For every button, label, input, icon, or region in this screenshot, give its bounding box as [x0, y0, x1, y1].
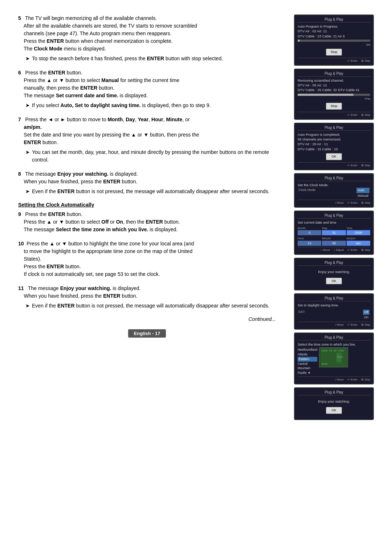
panel-4-auto[interactable]: Auto [356, 188, 369, 193]
panel-5-line1: Set current date and time [298, 220, 370, 225]
panel-5-day-label: Day 31 [322, 226, 346, 236]
panel-3-line1: Auto Program is completed. [298, 132, 370, 137]
panel-8-content: Select the time zone in which you live. … [298, 342, 370, 382]
panel-9: Plug & Play Enjoy your watching. OK [294, 387, 374, 420]
arrow-icon: ➤ [25, 55, 30, 62]
step-10-text: 10 Press the ▲ or ▼ button to highlight … [18, 240, 276, 278]
panel-1-title: Plug & Play [298, 17, 370, 23]
panel-5-adjust-icon: ↕ Adjust [334, 248, 344, 252]
panel-9-title: Plug & Play [298, 390, 370, 395]
panel-4-line1: Set the Clock Mode. [298, 183, 370, 187]
panel-2-btn-row: Stop [298, 102, 370, 111]
step-10-number: 10 [18, 241, 24, 246]
panel-5-month-label: Month 0 [298, 226, 321, 236]
panel-9-content: Enjoy your watching. OK [298, 399, 370, 415]
panel-5-time-grid: Hour 12 Minute 30 am/pm am [298, 236, 370, 246]
panel-2-stop-button[interactable]: Stop [326, 103, 342, 110]
panel-4: Plug & Play Set the Clock Mode. Clock Mo… [294, 173, 374, 208]
panel-1-line1: Auto Program in Progress. [298, 24, 370, 29]
panel-5-skip-icon: ⊞ Skip [361, 248, 370, 252]
step-7-block: 7 Press the ◄ or ► button to move to Mon… [18, 116, 276, 164]
tz-newfoundland[interactable]: Newfoundland [298, 347, 317, 352]
panel-4-options: Auto Manual [356, 188, 369, 198]
section-header: Setting the Clock Automatically [18, 202, 276, 208]
panel-1: Plug & Play Auto Program in Progress. DT… [294, 15, 374, 66]
panel-6-content: Enjoy your watching. OK [298, 269, 370, 285]
step-6-number: 6 [18, 70, 21, 76]
step-11-text: 11 The message Enjoy your watching. is d… [18, 285, 276, 300]
step-9-text: 9 Press the ENTER button. Press the ▲ or… [18, 211, 276, 233]
panel-7-off[interactable]: Off [363, 310, 369, 315]
panel-5-content: Set current date and time Month 0 Day 31… [298, 220, 370, 252]
panel-5-move-icon: ↔ Move [319, 248, 330, 252]
svg-text:Eastern: Eastern [337, 356, 343, 358]
panel-1-btn-row: Stop [298, 48, 370, 57]
step-8-arrow: ➤ Even if the ENTER button is not presse… [25, 188, 276, 195]
panel-4-label: Clock Mode [298, 188, 316, 198]
panel-5-ampm-label: am/pm am [347, 236, 370, 246]
panel-8-title: Plug & Play [298, 335, 370, 341]
step-5-arrow: ➤ To stop the search before it has finis… [25, 55, 276, 62]
panel-2-skip-icon: ⊞ Skip [361, 113, 370, 117]
panel-4-manual[interactable]: Manual [356, 193, 369, 199]
panel-3-footer: ↩ Enter ⊞ Skip [298, 162, 370, 167]
panel-3-line3: DTV Air : 20 Air : 11 [298, 142, 370, 146]
panel-3-line4: DTV Cable : 15 Cable : 10 [298, 147, 370, 151]
panel-1-line2: DTV Air : 02 Air: 11 [298, 29, 370, 33]
panel-9-ok-button[interactable]: OK [326, 407, 342, 414]
step-7-number: 7 [18, 117, 21, 122]
panel-6-ok-button[interactable]: OK [326, 278, 342, 285]
panel-2-fill [298, 94, 354, 96]
panel-8-tz-row: Newfoundland Atlantic Eastern Central Mo… [298, 347, 370, 375]
panel-5-hour-label: Hour 12 [298, 236, 321, 246]
panel-1-content: Auto Program in Progress. DTV Air : 02 A… [298, 24, 370, 63]
panel-4-enter-icon: ↩ Enter [347, 201, 358, 205]
panel-2-content: Removing scrambled channel. DTV Air : 05… [298, 78, 370, 117]
arrow-icon-2: ➤ [25, 102, 30, 109]
panel-5-year-label: Year 2008 [347, 226, 370, 236]
step-5-number: 5 [18, 15, 21, 21]
step-11-arrow-text: Even if the ENTER button is not pressed,… [32, 302, 269, 310]
step-5-text: 5 The TV will begin memorizing all of th… [18, 15, 276, 53]
tz-atlantic[interactable]: Atlantic [298, 352, 317, 357]
panel-5-date-grid: Month 0 Day 31 Year 2008 [298, 226, 370, 236]
panel-8: Plug & Play Select the time zone in whic… [294, 333, 374, 384]
tz-central[interactable]: Central [298, 362, 317, 366]
step-7-text: 7 Press the ◄ or ► button to move to Mon… [18, 116, 276, 146]
panel-3-ok-button[interactable]: OK [326, 153, 342, 160]
step-11-block: 11 The message Enjoy your watching. is d… [18, 285, 276, 310]
step-6-arrow-text: If you select Auto, Set to daylight savi… [32, 102, 211, 109]
panel-5-enter-icon: ↩ Enter [347, 248, 358, 252]
tz-pacific[interactable]: Pacific ▼ [298, 371, 317, 375]
panel-2-progressbar [298, 94, 370, 96]
tz-eastern[interactable]: Eastern [298, 357, 317, 362]
panel-9-line1: Enjoy your watching. [298, 399, 370, 404]
panel-4-row: Clock Mode Auto Manual [298, 187, 370, 199]
svg-text:Alaska: Alaska [321, 350, 328, 352]
panel-2-enter-icon: ↩ Enter [347, 113, 358, 117]
svg-text:Atl: Atl [342, 350, 344, 352]
panel-7-label: DST [298, 310, 305, 320]
panel-6-line1: Enjoy your watching. [298, 269, 370, 274]
panel-7-on[interactable]: On [363, 315, 369, 320]
arrow-icon-4: ➤ [25, 188, 30, 195]
panel-8-footer: ↕ Move ↩ Enter ⊞ Skip [298, 376, 370, 382]
panel-2-title: Plug & Play [298, 72, 370, 77]
panel-7-row: DST Off On [298, 309, 370, 321]
panel-1-stop-button[interactable]: Stop [326, 49, 342, 56]
step-7-arrow: ➤ You can set the month, day, year, hour… [25, 148, 276, 164]
panel-3-enter-icon: ↩ Enter [347, 163, 358, 167]
panel-4-content: Set the Clock Mode. Clock Mode Auto Manu… [298, 183, 370, 205]
panel-4-skip-icon: ⊞ Skip [361, 201, 370, 205]
clock-section: Setting the Clock Automatically 9 Press … [18, 202, 276, 233]
tz-mountain[interactable]: Mountain [298, 366, 317, 371]
panel-2-footer: ↩ Enter ⊞ Skip [298, 112, 370, 117]
panel-3-line2: 56 channels are memorized. [298, 137, 370, 142]
step-6-block: 6 Press the ENTER button. Press the ▲ or… [18, 69, 276, 109]
panel-5: Plug & Play Set current date and time Mo… [294, 211, 374, 255]
step-8-arrow-text: Even if the ENTER button is not pressed,… [32, 188, 269, 195]
step-5-arrow-text: To stop the search before it has finishe… [32, 55, 223, 62]
panel-4-footer: ↕ Move ↩ Enter ⊞ Skip [298, 200, 370, 205]
step-6-text: 6 Press the ENTER button. Press the ▲ or… [18, 69, 276, 99]
panel-2-percent: 77% [298, 97, 370, 101]
